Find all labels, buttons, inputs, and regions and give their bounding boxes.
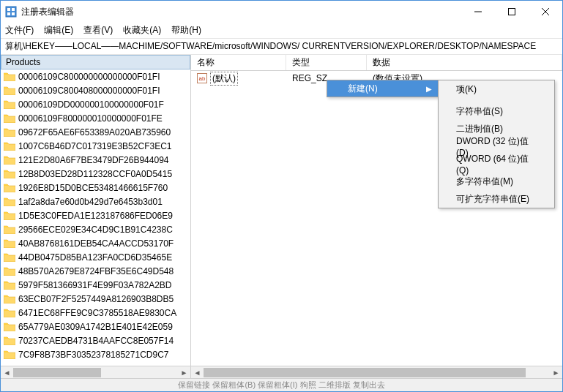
folder-icon [4,280,15,290]
address-bar[interactable]: 算机\HEKEY——LOCAL——MACHIME/SOFTWARE/micros… [1,39,562,55]
menu-item-new[interactable]: 新建(N) ▶ [327,80,438,97]
menu-item-string[interactable]: 字符串值(S) [439,102,554,120]
tree-item-label: 48B570A2679E8724FBF35E6C49D548 [18,266,174,276]
tree-item[interactable]: 00006109DD000000100000000F01F [1,97,190,111]
folder-icon [4,113,15,123]
column-headers: 名称 类型 数据 [191,55,562,71]
svg-rect-4 [12,12,15,15]
values-hscrollbar[interactable]: ◄ ► [191,366,562,378]
tree-hscrollbar[interactable]: ◄ ► [1,366,190,378]
folder-icon [4,183,15,192]
context-menu-new: 项(K) 字符串值(S) 二进制值(B) DWORD (32 位)值(D) QW… [438,80,555,208]
scroll-thumb[interactable] [13,368,101,377]
tree-item[interactable]: 121E2D80A6F7BE3479DF26B944094 [1,153,190,167]
tree-item[interactable]: 29566ECE029E34C4D9C1B91C4238C [1,222,190,236]
menu-item-qword[interactable]: QWORD (64 位)值(Q) [439,155,554,173]
tree-item[interactable]: 12B8D03ED28D112328CCF0A0D5415 [1,167,190,181]
tree-item[interactable]: 00006109C800000000000000F01FI [1,69,190,83]
menu-favorites[interactable]: 收藏夹(A) [123,24,161,37]
tree-item-label: 5979F581366931F4E99F03A782A2BD [18,280,172,290]
tree-item[interactable]: 1D5E3C0FEDA1E123187686FED06E9 [1,208,190,222]
tree-header[interactable]: Products [1,55,190,69]
menu-item-label: QWORD (64 位)值(Q) [456,153,540,176]
menu-item-multi[interactable]: 多字符串值(M) [439,173,554,190]
menu-item-label: 多字符串值(M) [456,176,513,188]
scroll-right-icon[interactable]: ► [550,366,562,378]
maximize-button[interactable] [495,1,529,23]
title-bar[interactable]: 注册表编辑器 [1,1,562,23]
folder-icon [4,225,15,234]
menu-item-label: 新建(N) [348,83,378,95]
tree-item[interactable]: 6471EC68FFE9C9C3785518AE9830CA [1,306,190,320]
menu-item-label: 项(K) [456,83,477,96]
tree-item[interactable]: 7C9F8B73BF30352378185271CD9C7 [1,347,190,361]
minimize-button[interactable] [461,1,495,23]
menu-edit[interactable]: 编辑(E) [44,24,73,37]
menu-item-key[interactable]: 项(K) [439,80,554,98]
tree-item-label: 65A779AE0309A1742B1E401E42E059 [18,322,173,332]
tree-item[interactable]: 44DB0475D85BA123FA0CD6D35465E [1,250,190,264]
folder-icon [4,308,15,317]
menu-bar: 文件(F) 编辑(E) 查看(V) 收藏夹(A) 帮助(H) [1,23,562,39]
tree-item-label: 7C9F8B73BF30352378185271CD9C7 [18,350,168,360]
tree-item-label: 6471EC68FFE9C9C3785518AE9830CA [18,308,176,318]
tree-item-label: 44DB0475D85BA123FA0CD6D35465E [18,252,172,263]
folder-icon [4,294,15,304]
svg-rect-1 [7,8,10,11]
tree-item-label: 00006109F800000010000000F01FE [18,113,163,124]
col-type[interactable]: 类型 [286,55,367,70]
tree-item[interactable]: 09672F65AE6F653389A020AB735960 [1,125,190,139]
scroll-right-icon[interactable]: ► [178,366,190,378]
tree-item-label: 00006109C800000000000000F01FI [18,72,160,82]
svg-rect-6 [509,9,515,15]
close-button[interactable] [529,1,562,23]
tree-item[interactable]: 48B570A2679E8724FBF35E6C49D548 [1,264,190,278]
folder-icon [4,141,15,151]
tree-item-label: 63ECB07F2F5257449A8126903B8DB5 [18,294,174,304]
tree-item[interactable]: 63ECB07F2F5257449A8126903B8DB5 [1,292,190,306]
menu-item-label: 二进制值(B) [456,123,503,135]
tree-item[interactable]: 70237CAEDB4731B4AAFCC8E057F14 [1,333,190,347]
svg-rect-3 [7,12,10,15]
folder-icon [4,99,15,109]
menu-file[interactable]: 文件(F) [5,24,34,37]
tree-item[interactable]: 1af2a8da7e60d0b429d7e6453b3d01 [1,195,190,208]
tree-item[interactable]: 00006109C800408000000000F01FI [1,83,190,97]
menu-item-label: 字符串值(S) [456,105,503,118]
menu-view[interactable]: 查看(V) [83,24,113,37]
tree-item-label: 70237CAEDB4731B4AAFCC8E057F14 [18,336,174,346]
folder-icon [4,350,15,359]
col-name[interactable]: 名称 [191,55,286,70]
status-bar: 保留链接 保留粗体(B) 保留粗体(I) 狗照 二维排版 复制出去 [1,378,562,391]
tree-item-label: 29566ECE029E34C4D9C1B91C4238C [18,225,173,235]
tree-item[interactable]: 40AB8768161DEB54CA4ACCD53170F [1,236,190,250]
value-name: (默认) [210,72,238,86]
tree-item-label: 1926E8D15D0BCE53481466615F760 [18,183,168,193]
tree-list[interactable]: 00006109C800000000000000F01FI00006109C80… [1,69,190,366]
folder-icon [4,127,15,137]
tree-item[interactable]: 1926E8D15D0BCE53481466615F760 [1,181,190,195]
window-controls [461,1,562,23]
tree-item-label: 1af2a8da7e60d0b429d7e6453b3d01 [18,197,163,207]
folder-icon [4,238,15,248]
folder-icon [4,72,15,81]
tree-item[interactable]: 65A779AE0309A1742B1E401E42E059 [1,320,190,333]
scroll-left-icon[interactable]: ◄ [1,366,13,378]
tree-item-label: 121E2D80A6F7BE3479DF26B944094 [18,155,169,165]
app-icon [5,6,17,18]
tree-item[interactable]: 1007C6B46D7C017319E3B52CF3EC1 [1,139,190,153]
scroll-thumb[interactable] [204,368,526,377]
folder-icon [4,155,15,165]
folder-icon [4,266,15,276]
folder-icon [4,211,15,220]
folder-icon [4,322,15,331]
tree-item-label: 09672F65AE6F653389A020AB735960 [18,127,171,137]
col-data[interactable]: 数据 [367,55,562,70]
tree-item-label: 1D5E3C0FEDA1E123187686FED06E9 [18,211,173,221]
tree-item[interactable]: 00006109F800000010000000F01FE [1,111,190,125]
tree-item[interactable]: 5979F581366931F4E99F03A782A2BD [1,278,190,292]
string-value-icon: ab [197,73,207,83]
menu-help[interactable]: 帮助(H) [171,24,201,37]
scroll-left-icon[interactable]: ◄ [191,366,204,378]
menu-item-expand[interactable]: 可扩充字符串值(E) [439,190,554,208]
